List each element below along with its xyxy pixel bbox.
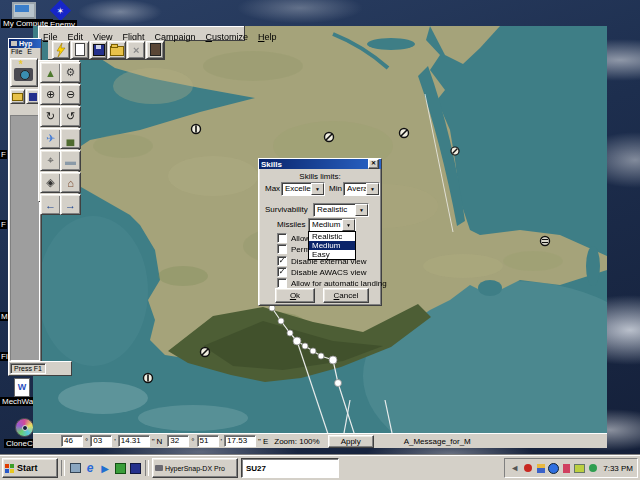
lat-sec-field[interactable]: 14.31 [118,435,150,447]
start-button[interactable]: Start [2,458,58,478]
tray-person-icon[interactable] [561,463,572,474]
missiles-dropdown-list: Realistic Medium Easy [308,231,356,260]
clock[interactable]: 7:33 PM [603,464,633,473]
lat-min-field[interactable]: 03 [90,435,112,447]
show-desktop-icon[interactable] [68,461,82,475]
tray-user-icon[interactable] [535,463,546,474]
terrain-icon[interactable]: ▲ [40,62,61,83]
hypersnap-status-bar: Press F1 [8,361,72,376]
taskbar: Start e ▶ HyperSnap-DX Pro SU27 ◄ 7:33 [0,455,640,480]
ok-button[interactable]: Ok [275,288,315,303]
internet-explorer-icon[interactable]: e [83,461,97,475]
hypersnap-titlebar[interactable]: Hyp [9,39,41,48]
option-realistic[interactable]: Realistic [309,232,355,241]
hypersnap-open-icon[interactable] [10,89,25,104]
chevron-down-icon[interactable]: ▼ [366,183,379,195]
chevron-down-icon[interactable]: ▼ [311,183,324,195]
hypersnap-capture-button[interactable]: * [10,58,38,87]
menu-customize[interactable]: Customize [200,31,253,43]
task-button-su27[interactable]: SU27 [241,458,339,478]
taskbar-divider [145,460,149,476]
max-label: Max [265,184,280,193]
tray-red-icon[interactable] [522,463,533,474]
tank-icon[interactable]: ▄ [60,128,81,149]
tray-ball-icon[interactable] [548,463,559,474]
chevron-down-icon[interactable]: ▼ [355,204,368,216]
launch-icon-blue[interactable] [128,461,142,475]
system-tray: ◄ 7:33 PM [504,458,638,478]
hypersnap-toolbar [10,89,40,104]
mechwarrior-icon[interactable]: W [14,378,30,397]
next-icon[interactable]: → [60,194,81,215]
zoom-in-icon[interactable]: ⊕ [40,84,61,105]
camera-icon [14,68,33,81]
lon-sec-field[interactable]: 17.53 [224,435,256,447]
camera-icon [155,465,163,471]
new-document-icon[interactable] [71,41,89,59]
option-easy[interactable]: Easy [309,250,355,259]
rotate-ccw-icon[interactable]: ↺ [60,106,81,127]
survivability-combo[interactable]: Realistic ▼ [313,203,369,217]
max-combo[interactable]: Excellent ▼ [281,182,325,196]
zoom-level: Zoom: 100% [274,437,319,446]
desktop: My Computer ✶ Enemy F F M Fl W MechWarri… [0,0,640,480]
hypersnap-status-text: Press F1 [10,363,46,374]
exit-book-icon[interactable] [146,41,164,59]
skills-dialog-titlebar[interactable]: Skills ✕ [259,159,381,169]
delete-icon[interactable]: × [127,41,145,59]
dialog-title: Skills [261,160,282,169]
disable-awacs-view-row[interactable]: ✓Disable AWACS view [277,267,366,277]
tray-card-icon[interactable] [574,463,585,474]
volume-icon[interactable]: ◄ [509,463,520,474]
hypersnap-window: Hyp File E * [8,38,42,364]
skills-dialog: Skills ✕ Skills limits: Max Excellent ▼ … [258,158,382,306]
rotate-cw-icon[interactable]: ↻ [40,106,61,127]
lon-hemisphere: E [263,437,268,446]
quick-launch: e ▶ [68,461,142,475]
hypersnap-menu-edit[interactable]: E [27,48,32,55]
building-icon[interactable]: ⌂ [60,172,81,193]
auto-landing-row[interactable]: Allow for automatic landing [277,278,387,288]
menu-help[interactable]: Help [253,31,282,43]
aircraft-icon[interactable]: ✈ [40,128,61,149]
cancel-button[interactable]: Cancel [323,288,369,303]
edge-icon-label[interactable]: F [0,220,7,229]
menu-bar: FileEditViewFlightCampaignCustomizeHelp [38,26,245,41]
missiles-combo[interactable]: Medium ▼ [308,218,356,232]
hypersnap-title: Hyp [19,40,32,47]
map-status-bar: 46° 03' 14.31" N 32° 51' 17.53" E Zoom: … [33,433,607,448]
taskbar-divider [61,460,65,476]
lon-deg-field[interactable]: 32 [167,435,189,447]
open-icon[interactable] [108,41,126,59]
chevron-down-icon[interactable]: ▼ [342,219,355,231]
radar-icon[interactable]: ⌖ [40,150,61,171]
task-button-hypersnap[interactable]: HyperSnap-DX Pro [152,458,238,478]
hypersnap-menubar: File E [9,48,41,57]
apply-button[interactable]: Apply [328,435,374,448]
min-combo[interactable]: Average ▼ [343,182,380,196]
zoom-out-icon[interactable]: ⊖ [60,84,81,105]
edge-icon-label[interactable]: F [0,150,7,159]
option-medium-selected[interactable]: Medium [309,241,355,250]
survivability-label: Survivability [265,205,308,214]
hypersnap-menu-file[interactable]: File [11,48,22,55]
tray-green-icon[interactable] [587,463,598,474]
clonecd-icon[interactable] [15,418,34,437]
lat-deg-field[interactable]: 46 [61,435,83,447]
min-label: Min [329,184,342,193]
camera-units-icon[interactable]: ⚙ [60,62,81,83]
route-message-label: A_Message_for_M [404,437,471,446]
enemy-icon[interactable]: ✶ [53,3,68,18]
ship-icon[interactable]: ▬ [60,150,81,171]
save-icon[interactable] [90,41,108,59]
lat-hemisphere: N [157,437,163,446]
launch-icon-green[interactable] [113,461,127,475]
lon-min-field[interactable]: 51 [197,435,219,447]
tool-palette: ▲ ⚙ ⊕ ⊖ ↻ ↺ ✈ ▄ ⌖ ▬ ◈ ⌂ ← → [38,60,80,202]
toolbar: × [48,40,165,60]
prev-icon[interactable]: ← [40,194,61,215]
waypoint-icon[interactable]: ◈ [40,172,61,193]
media-player-icon[interactable]: ▶ [98,461,112,475]
lightning-capture-icon[interactable] [52,41,70,59]
close-icon[interactable]: ✕ [368,159,379,169]
